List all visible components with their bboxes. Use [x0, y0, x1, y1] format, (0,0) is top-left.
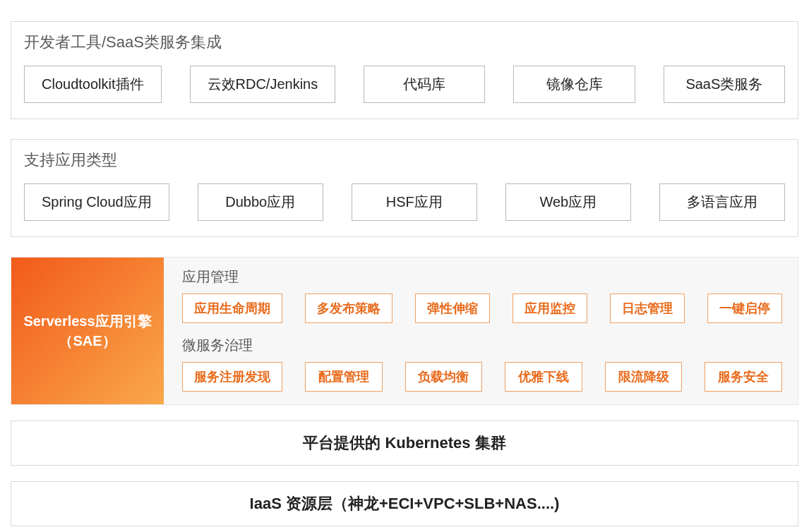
devtools-item: Cloudtoolkit插件: [24, 66, 162, 103]
ms-governance-row: 服务注册发现 配置管理 负载均衡 优雅下线 限流降级 服务安全: [182, 362, 782, 392]
devtools-row: Cloudtoolkit插件 云效RDC/Jenkins 代码库 镜像仓库 Sa…: [24, 66, 785, 103]
devtools-item: 镜像仓库: [513, 66, 635, 103]
app-mgmt-item: 应用生命周期: [182, 294, 282, 323]
kubernetes-label: 平台提供的 Kubernetes 集群: [303, 434, 505, 452]
apptypes-item: 多语言应用: [659, 183, 785, 221]
sae-left-title: Serverless应用引擎（SAE）: [18, 311, 157, 351]
apptypes-item: Web应用: [505, 183, 631, 221]
app-mgmt-item: 一键启停: [707, 294, 782, 323]
app-mgmt-item: 应用监控: [513, 294, 587, 323]
ms-governance-item: 限流降级: [605, 362, 683, 392]
app-mgmt-item: 多发布策略: [305, 294, 392, 323]
app-mgmt-row: 应用生命周期 多发布策略 弹性伸缩 应用监控 日志管理 一键启停: [182, 294, 782, 323]
ms-governance-item: 服务安全: [705, 362, 782, 392]
app-mgmt-title: 应用管理: [182, 267, 782, 286]
apptypes-title: 支持应用类型: [24, 150, 785, 171]
ms-governance-item: 负载均衡: [405, 362, 483, 392]
devtools-item: 云效RDC/Jenkins: [190, 66, 336, 103]
iaas-label: IaaS 资源层（神龙+ECI+VPC+SLB+NAS....): [250, 495, 560, 512]
apptypes-item: HSF应用: [352, 183, 477, 221]
ms-governance-title: 微服务治理: [182, 336, 782, 355]
sae-section: Serverless应用引擎（SAE） 应用管理 应用生命周期 多发布策略 弹性…: [11, 257, 798, 405]
sae-left-panel: Serverless应用引擎（SAE）: [11, 258, 164, 404]
apptypes-item: Spring Cloud应用: [24, 183, 169, 221]
kubernetes-band: 平台提供的 Kubernetes 集群: [11, 421, 798, 466]
ms-governance-item: 配置管理: [305, 362, 383, 392]
apptypes-section: 支持应用类型 Spring Cloud应用 Dubbo应用 HSF应用 Web应…: [11, 139, 798, 237]
devtools-item: SaaS类服务: [664, 66, 785, 103]
app-mgmt-item: 日志管理: [610, 294, 685, 323]
ms-governance-item: 优雅下线: [505, 362, 582, 392]
devtools-title: 开发者工具/SaaS类服务集成: [24, 32, 785, 53]
devtools-section: 开发者工具/SaaS类服务集成 Cloudtoolkit插件 云效RDC/Jen…: [11, 21, 798, 119]
apptypes-item: Dubbo应用: [198, 183, 323, 221]
devtools-item: 代码库: [364, 66, 485, 103]
apptypes-row: Spring Cloud应用 Dubbo应用 HSF应用 Web应用 多语言应用: [24, 183, 785, 221]
app-mgmt-item: 弹性伸缩: [415, 294, 490, 323]
ms-governance-item: 服务注册发现: [182, 362, 282, 392]
sae-right-panel: 应用管理 应用生命周期 多发布策略 弹性伸缩 应用监控 日志管理 一键启停 微服…: [164, 258, 798, 404]
iaas-band: IaaS 资源层（神龙+ECI+VPC+SLB+NAS....): [11, 481, 798, 526]
